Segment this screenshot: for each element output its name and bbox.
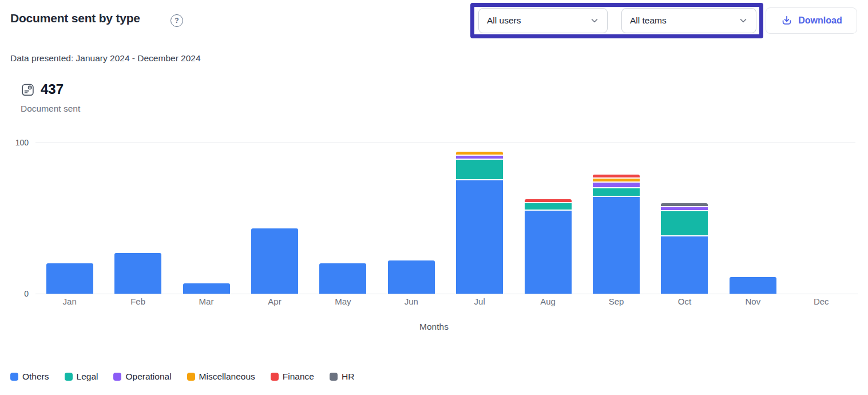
legend-label-operational: Operational bbox=[125, 372, 171, 382]
bar-segment-aug-others[interactable] bbox=[525, 211, 572, 294]
help-icon[interactable]: ? bbox=[171, 14, 183, 27]
bar-jan[interactable] bbox=[46, 263, 93, 294]
bar-segment-sep-others[interactable] bbox=[593, 197, 640, 294]
x-tick-sep: Sep bbox=[582, 297, 650, 306]
date-range-subtitle: Data presented: January 2024 - December … bbox=[10, 53, 201, 64]
x-tick-dec: Dec bbox=[787, 297, 855, 306]
x-tick-mar: Mar bbox=[172, 297, 240, 306]
x-axis-baseline bbox=[35, 294, 858, 294]
legend-swatch-others bbox=[10, 373, 18, 381]
bar-segment-oct-hr[interactable] bbox=[661, 203, 708, 206]
chevron-down-icon bbox=[739, 16, 748, 25]
bar-apr[interactable] bbox=[251, 228, 298, 294]
download-button-label: Download bbox=[798, 15, 842, 26]
chevron-down-icon bbox=[590, 16, 599, 25]
legend-swatch-operational bbox=[113, 373, 121, 381]
legend-label-others: Others bbox=[22, 372, 49, 382]
bar-aug[interactable] bbox=[525, 199, 572, 294]
legend-label-miscellaneous: Miscellaneous bbox=[199, 372, 255, 382]
legend-item-hr[interactable]: HR bbox=[330, 372, 354, 382]
chart-legend: OthersLegalOperationalMiscellaneousFinan… bbox=[10, 372, 354, 382]
bar-segment-aug-finance[interactable] bbox=[525, 199, 572, 202]
bar-segment-oct-legal[interactable] bbox=[661, 211, 708, 235]
document-sent-icon bbox=[21, 82, 35, 97]
bar-segment-jul-legal[interactable] bbox=[456, 160, 503, 179]
teams-dropdown[interactable]: All teams bbox=[621, 8, 756, 33]
bar-segment-may-others[interactable] bbox=[319, 263, 366, 294]
y-tick-100: 100 bbox=[0, 138, 29, 147]
users-dropdown-value: All users bbox=[487, 15, 521, 26]
bar-segment-sep-miscellaneous[interactable] bbox=[593, 179, 640, 181]
legend-item-finance[interactable]: Finance bbox=[271, 372, 314, 382]
legend-label-legal: Legal bbox=[77, 372, 98, 382]
bar-segment-jul-miscellaneous[interactable] bbox=[456, 152, 503, 155]
legend-swatch-hr bbox=[330, 373, 338, 381]
download-button[interactable]: Download bbox=[766, 7, 857, 34]
x-tick-feb: Feb bbox=[104, 297, 172, 306]
bar-jun[interactable] bbox=[388, 260, 435, 294]
bar-oct[interactable] bbox=[661, 203, 708, 294]
bar-segment-mar-others[interactable] bbox=[183, 283, 230, 294]
bar-segment-oct-operational[interactable] bbox=[661, 207, 708, 210]
legend-item-others[interactable]: Others bbox=[10, 372, 49, 382]
document-sent-by-type-panel: Document sent by type ? Data presented: … bbox=[0, 0, 868, 395]
users-dropdown[interactable]: All users bbox=[478, 8, 608, 33]
bar-segment-nov-others[interactable] bbox=[730, 277, 776, 294]
teams-dropdown-value: All teams bbox=[630, 15, 667, 26]
bar-jul[interactable] bbox=[456, 152, 503, 294]
stat-label: Document sent bbox=[21, 104, 80, 114]
x-tick-jan: Jan bbox=[35, 297, 104, 306]
bar-segment-sep-operational[interactable] bbox=[593, 183, 640, 187]
bar-segment-feb-others[interactable] bbox=[114, 253, 161, 294]
bar-segment-oct-others[interactable] bbox=[661, 236, 708, 294]
bar-segment-sep-legal[interactable] bbox=[593, 188, 640, 196]
bar-nov[interactable] bbox=[730, 277, 776, 294]
legend-label-finance: Finance bbox=[283, 372, 314, 382]
bar-segment-jan-others[interactable] bbox=[46, 263, 93, 294]
x-tick-may: May bbox=[309, 297, 377, 306]
legend-item-legal[interactable]: Legal bbox=[65, 372, 98, 382]
bar-segment-aug-legal[interactable] bbox=[525, 203, 572, 210]
legend-swatch-finance bbox=[271, 373, 279, 381]
legend-swatch-legal bbox=[65, 373, 73, 381]
legend-swatch-miscellaneous bbox=[187, 373, 195, 381]
bar-mar[interactable] bbox=[183, 283, 230, 294]
x-axis-title: Months bbox=[0, 322, 868, 332]
stat-value: 437 bbox=[41, 81, 64, 97]
x-tick-apr: Apr bbox=[240, 297, 308, 306]
y-tick-0: 0 bbox=[0, 289, 29, 298]
bar-segment-jun-others[interactable] bbox=[388, 260, 435, 294]
x-tick-oct: Oct bbox=[651, 297, 719, 306]
x-axis-tick-labels: JanFebMarAprMayJunJulAugSepOctNovDec bbox=[35, 297, 855, 308]
bar-chart-plot-area bbox=[35, 143, 855, 294]
legend-label-hr: HR bbox=[342, 372, 354, 382]
bar-segment-jul-operational[interactable] bbox=[456, 156, 503, 159]
bar-feb[interactable] bbox=[114, 253, 161, 294]
bar-may[interactable] bbox=[319, 263, 366, 294]
x-tick-jul: Jul bbox=[446, 297, 514, 306]
bar-segment-apr-others[interactable] bbox=[251, 228, 298, 294]
x-tick-aug: Aug bbox=[514, 297, 582, 306]
bar-segment-sep-finance[interactable] bbox=[593, 175, 640, 177]
x-tick-nov: Nov bbox=[719, 297, 787, 306]
legend-item-miscellaneous[interactable]: Miscellaneous bbox=[187, 372, 255, 382]
bar-segment-jul-others[interactable] bbox=[456, 180, 503, 294]
x-tick-jun: Jun bbox=[377, 297, 445, 306]
bar-sep[interactable] bbox=[593, 175, 640, 294]
download-icon bbox=[780, 14, 793, 27]
page-title: Document sent by type bbox=[10, 11, 140, 25]
legend-item-operational[interactable]: Operational bbox=[113, 372, 171, 382]
